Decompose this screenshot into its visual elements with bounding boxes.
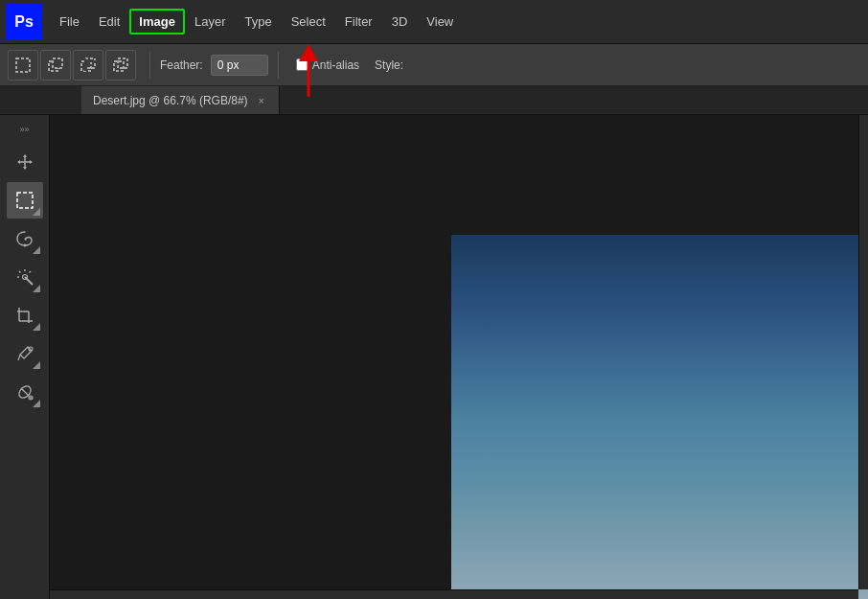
tool-sub-arrow-heal <box>33 400 40 407</box>
menu-type[interactable]: Type <box>235 9 281 35</box>
svg-point-13 <box>26 163 32 169</box>
svg-line-16 <box>25 277 33 285</box>
tool-sub-arrow-crop <box>33 323 40 331</box>
tool-sub-arrow-wand <box>33 285 40 292</box>
menu-bar: Ps File Edit Image Layer Type Select Fil… <box>0 0 868 44</box>
svg-point-15 <box>23 244 26 247</box>
feather-label: Feather: <box>160 58 203 72</box>
add-selection-btn[interactable] <box>40 50 71 81</box>
opt-sep-2 <box>278 52 279 79</box>
menu-view[interactable]: View <box>417 9 463 35</box>
selection-mode-group <box>8 50 136 81</box>
canvas-hscroll[interactable] <box>50 589 858 599</box>
toolbar: »» <box>0 115 50 599</box>
tool-eyedropper[interactable] <box>7 335 43 372</box>
tool-move[interactable] <box>7 144 43 180</box>
menu-filter[interactable]: Filter <box>335 9 382 35</box>
subtract-selection-btn[interactable] <box>73 50 103 81</box>
intersect-selection-btn[interactable] <box>105 50 136 81</box>
menu-edit[interactable]: Edit <box>89 9 129 35</box>
tabs-bar: Desert.jpg @ 66.7% (RGB/8#) × <box>0 86 868 115</box>
menu-layer[interactable]: Layer <box>185 9 236 35</box>
options-bar: Feather: Anti-alias Style: <box>0 44 868 86</box>
tool-marquee[interactable] <box>7 182 43 219</box>
tool-heal[interactable] <box>7 374 43 410</box>
svg-line-27 <box>18 355 20 360</box>
svg-rect-2 <box>16 58 30 72</box>
canvas-area[interactable] <box>50 115 868 599</box>
document-tab[interactable]: Desert.jpg @ 66.7% (RGB/8#) × <box>81 86 280 114</box>
tool-magic-wand[interactable] <box>7 259 43 295</box>
svg-rect-4 <box>53 58 62 68</box>
tool-lasso[interactable] <box>7 220 43 257</box>
svg-line-30 <box>21 388 29 396</box>
style-label: Style: <box>375 58 403 72</box>
main-content: »» <box>0 115 868 599</box>
menu-image[interactable]: Image <box>129 9 185 35</box>
menu-file[interactable]: File <box>50 9 89 35</box>
svg-rect-9 <box>114 61 124 71</box>
menu-3d[interactable]: 3D <box>382 9 418 35</box>
svg-rect-10 <box>118 58 127 68</box>
svg-rect-6 <box>85 58 95 68</box>
document-tab-label: Desert.jpg @ 66.7% (RGB/8#) <box>93 94 248 107</box>
ps-logo: Ps <box>6 4 42 40</box>
svg-line-20 <box>19 271 21 273</box>
canvas-vscroll[interactable] <box>858 115 868 589</box>
document-tab-close[interactable]: × <box>256 94 267 107</box>
svg-rect-14 <box>17 193 33 208</box>
svg-line-21 <box>29 271 31 273</box>
tool-sub-arrow-lasso <box>33 246 40 254</box>
tool-sub-arrow-eyedrop <box>33 361 40 369</box>
feather-input[interactable] <box>211 55 268 76</box>
tool-crop[interactable] <box>7 297 43 334</box>
new-selection-btn[interactable] <box>8 50 38 81</box>
opt-sep-1 <box>149 52 150 79</box>
canvas-image <box>451 235 868 599</box>
tool-sub-arrow-marquee <box>33 208 40 216</box>
menu-select[interactable]: Select <box>282 9 335 35</box>
toolbar-collapse-btn[interactable]: »» <box>14 121 35 138</box>
antialias-label[interactable]: Anti-alias <box>296 58 359 72</box>
antialias-checkbox[interactable] <box>296 58 308 71</box>
